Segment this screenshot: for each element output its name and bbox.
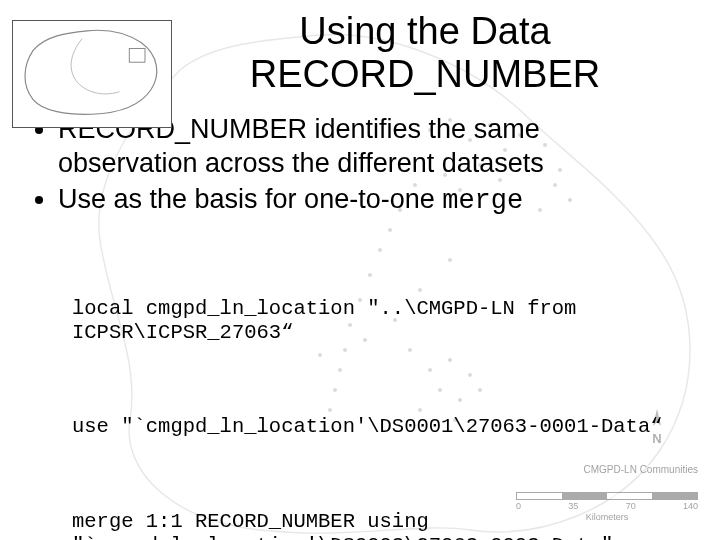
china-inset-map xyxy=(12,20,172,128)
code-block: local cmgpd_ln_location "..\CMGPD-LN fro… xyxy=(72,248,684,540)
bullet-item: Use as the basis for one-to-one merge xyxy=(58,183,684,219)
code-line: local cmgpd_ln_location "..\CMGPD-LN fro… xyxy=(72,297,684,345)
bullet-text: Use as the basis for one-to-one xyxy=(58,184,442,214)
code-line: use "`cmgpd_ln_location'\DS0001\27063-00… xyxy=(72,415,684,439)
svg-rect-42 xyxy=(129,48,145,62)
inline-code: merge xyxy=(442,186,523,216)
code-line: merge 1:1 RECORD_NUMBER using "`cmgpd_ln… xyxy=(72,510,684,540)
